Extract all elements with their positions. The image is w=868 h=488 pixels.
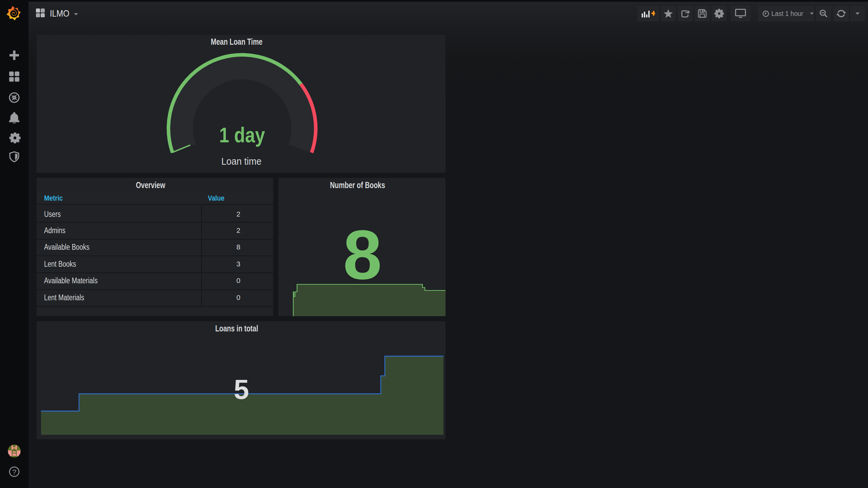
svg-text:Loan time: Loan time	[221, 156, 261, 167]
svg-text:?: ?	[12, 468, 16, 476]
svg-text:5: 5	[234, 374, 249, 405]
svg-text:8: 8	[343, 216, 382, 284]
svg-text:1 day: 1 day	[219, 123, 265, 147]
